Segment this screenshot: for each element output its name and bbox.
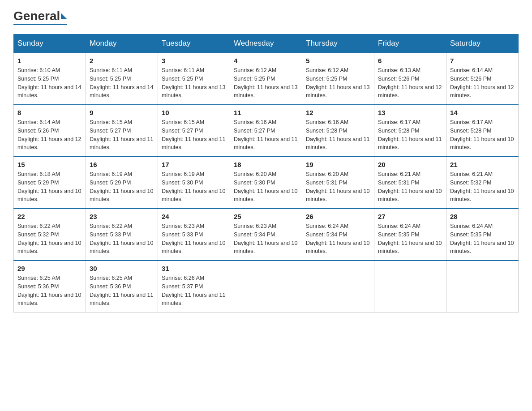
calendar-cell: 20 Sunrise: 6:21 AMSunset: 5:31 PMDaylig… xyxy=(374,157,446,209)
day-info: Sunrise: 6:10 AMSunset: 5:25 PMDaylight:… xyxy=(17,66,82,100)
weekday-header-thursday: Thursday xyxy=(302,34,374,53)
day-info: Sunrise: 6:22 AMSunset: 5:33 PMDaylight:… xyxy=(90,222,154,256)
calendar-cell: 25 Sunrise: 6:23 AMSunset: 5:34 PMDaylig… xyxy=(230,209,302,261)
day-info: Sunrise: 6:17 AMSunset: 5:28 PMDaylight:… xyxy=(378,118,442,152)
day-number: 31 xyxy=(162,265,226,272)
logo: General xyxy=(13,9,67,25)
day-number: 14 xyxy=(450,109,515,116)
day-number: 11 xyxy=(234,109,298,116)
calendar-week-1: 1 Sunrise: 6:10 AMSunset: 5:25 PMDayligh… xyxy=(14,53,519,105)
calendar-cell: 14 Sunrise: 6:17 AMSunset: 5:28 PMDaylig… xyxy=(446,105,519,157)
day-info: Sunrise: 6:20 AMSunset: 5:30 PMDaylight:… xyxy=(234,170,298,204)
weekday-header-sunday: Sunday xyxy=(14,34,86,53)
day-number: 22 xyxy=(17,213,82,220)
calendar-cell: 16 Sunrise: 6:19 AMSunset: 5:29 PMDaylig… xyxy=(86,157,158,209)
day-number: 19 xyxy=(306,161,370,168)
weekday-header-friday: Friday xyxy=(374,34,446,53)
day-number: 27 xyxy=(378,213,442,220)
weekday-header-row: SundayMondayTuesdayWednesdayThursdayFrid… xyxy=(14,34,519,53)
day-number: 1 xyxy=(17,57,82,64)
day-info: Sunrise: 6:13 AMSunset: 5:26 PMDaylight:… xyxy=(378,66,442,100)
calendar-week-5: 29 Sunrise: 6:25 AMSunset: 5:36 PMDaylig… xyxy=(14,261,519,313)
calendar-cell: 2 Sunrise: 6:11 AMSunset: 5:25 PMDayligh… xyxy=(86,53,158,105)
day-info: Sunrise: 6:18 AMSunset: 5:29 PMDaylight:… xyxy=(17,170,82,204)
calendar-cell xyxy=(230,261,302,313)
page-header: General xyxy=(13,9,519,25)
day-number: 20 xyxy=(378,161,442,168)
logo-arrow-icon xyxy=(61,13,67,19)
day-number: 16 xyxy=(90,161,154,168)
day-number: 17 xyxy=(162,161,226,168)
calendar-cell: 7 Sunrise: 6:14 AMSunset: 5:26 PMDayligh… xyxy=(446,53,519,105)
calendar-cell: 28 Sunrise: 6:24 AMSunset: 5:35 PMDaylig… xyxy=(446,209,519,261)
weekday-header-saturday: Saturday xyxy=(446,34,519,53)
calendar-cell: 8 Sunrise: 6:14 AMSunset: 5:26 PMDayligh… xyxy=(14,105,86,157)
calendar-week-2: 8 Sunrise: 6:14 AMSunset: 5:26 PMDayligh… xyxy=(14,105,519,157)
logo-general-text: General xyxy=(13,9,60,23)
day-info: Sunrise: 6:24 AMSunset: 5:34 PMDaylight:… xyxy=(306,222,370,256)
day-number: 18 xyxy=(234,161,298,168)
day-info: Sunrise: 6:20 AMSunset: 5:31 PMDaylight:… xyxy=(306,170,370,204)
calendar-cell: 30 Sunrise: 6:25 AMSunset: 5:36 PMDaylig… xyxy=(86,261,158,313)
calendar-cell: 11 Sunrise: 6:16 AMSunset: 5:27 PMDaylig… xyxy=(230,105,302,157)
calendar-cell: 5 Sunrise: 6:12 AMSunset: 5:25 PMDayligh… xyxy=(302,53,374,105)
calendar-cell: 22 Sunrise: 6:22 AMSunset: 5:32 PMDaylig… xyxy=(14,209,86,261)
day-number: 4 xyxy=(234,57,298,64)
day-info: Sunrise: 6:15 AMSunset: 5:27 PMDaylight:… xyxy=(90,118,154,152)
calendar-cell: 1 Sunrise: 6:10 AMSunset: 5:25 PMDayligh… xyxy=(14,53,86,105)
calendar-cell: 18 Sunrise: 6:20 AMSunset: 5:30 PMDaylig… xyxy=(230,157,302,209)
calendar-cell: 26 Sunrise: 6:24 AMSunset: 5:34 PMDaylig… xyxy=(302,209,374,261)
day-info: Sunrise: 6:24 AMSunset: 5:35 PMDaylight:… xyxy=(450,222,515,256)
day-number: 3 xyxy=(162,57,226,64)
day-info: Sunrise: 6:19 AMSunset: 5:30 PMDaylight:… xyxy=(162,170,226,204)
day-info: Sunrise: 6:16 AMSunset: 5:27 PMDaylight:… xyxy=(234,118,298,152)
calendar-cell: 6 Sunrise: 6:13 AMSunset: 5:26 PMDayligh… xyxy=(374,53,446,105)
day-number: 15 xyxy=(17,161,82,168)
day-info: Sunrise: 6:26 AMSunset: 5:37 PMDaylight:… xyxy=(162,274,226,308)
day-info: Sunrise: 6:19 AMSunset: 5:29 PMDaylight:… xyxy=(90,170,154,204)
calendar-cell: 27 Sunrise: 6:24 AMSunset: 5:35 PMDaylig… xyxy=(374,209,446,261)
day-number: 2 xyxy=(90,57,154,64)
day-info: Sunrise: 6:23 AMSunset: 5:34 PMDaylight:… xyxy=(234,222,298,256)
day-number: 9 xyxy=(90,109,154,116)
calendar-cell: 12 Sunrise: 6:16 AMSunset: 5:28 PMDaylig… xyxy=(302,105,374,157)
day-number: 21 xyxy=(450,161,515,168)
calendar-cell: 13 Sunrise: 6:17 AMSunset: 5:28 PMDaylig… xyxy=(374,105,446,157)
day-number: 25 xyxy=(234,213,298,220)
weekday-header-tuesday: Tuesday xyxy=(158,34,230,53)
day-number: 26 xyxy=(306,213,370,220)
day-number: 6 xyxy=(378,57,442,64)
weekday-header-wednesday: Wednesday xyxy=(230,34,302,53)
day-info: Sunrise: 6:14 AMSunset: 5:26 PMDaylight:… xyxy=(450,66,515,100)
calendar-header: SundayMondayTuesdayWednesdayThursdayFrid… xyxy=(14,34,519,53)
weekday-header-monday: Monday xyxy=(86,34,158,53)
calendar-body: 1 Sunrise: 6:10 AMSunset: 5:25 PMDayligh… xyxy=(14,53,519,313)
day-number: 12 xyxy=(306,109,370,116)
day-number: 28 xyxy=(450,213,515,220)
calendar-cell: 29 Sunrise: 6:25 AMSunset: 5:36 PMDaylig… xyxy=(14,261,86,313)
calendar-cell: 15 Sunrise: 6:18 AMSunset: 5:29 PMDaylig… xyxy=(14,157,86,209)
day-info: Sunrise: 6:24 AMSunset: 5:35 PMDaylight:… xyxy=(378,222,442,256)
calendar-cell: 4 Sunrise: 6:12 AMSunset: 5:25 PMDayligh… xyxy=(230,53,302,105)
day-number: 5 xyxy=(306,57,370,64)
day-number: 30 xyxy=(90,265,154,272)
day-number: 7 xyxy=(450,57,515,64)
calendar-cell: 21 Sunrise: 6:21 AMSunset: 5:32 PMDaylig… xyxy=(446,157,519,209)
day-info: Sunrise: 6:12 AMSunset: 5:25 PMDaylight:… xyxy=(306,66,370,100)
day-info: Sunrise: 6:22 AMSunset: 5:32 PMDaylight:… xyxy=(17,222,82,256)
calendar-cell: 17 Sunrise: 6:19 AMSunset: 5:30 PMDaylig… xyxy=(158,157,230,209)
day-number: 8 xyxy=(17,109,82,116)
day-number: 24 xyxy=(162,213,226,220)
day-info: Sunrise: 6:25 AMSunset: 5:36 PMDaylight:… xyxy=(17,274,82,308)
calendar-table: SundayMondayTuesdayWednesdayThursdayFrid… xyxy=(13,34,519,313)
day-number: 10 xyxy=(162,109,226,116)
day-info: Sunrise: 6:21 AMSunset: 5:31 PMDaylight:… xyxy=(378,170,442,204)
calendar-cell xyxy=(374,261,446,313)
calendar-cell: 3 Sunrise: 6:11 AMSunset: 5:25 PMDayligh… xyxy=(158,53,230,105)
calendar-cell: 31 Sunrise: 6:26 AMSunset: 5:37 PMDaylig… xyxy=(158,261,230,313)
calendar-cell xyxy=(446,261,519,313)
day-info: Sunrise: 6:23 AMSunset: 5:33 PMDaylight:… xyxy=(162,222,226,256)
day-number: 23 xyxy=(90,213,154,220)
calendar-cell: 23 Sunrise: 6:22 AMSunset: 5:33 PMDaylig… xyxy=(86,209,158,261)
day-info: Sunrise: 6:16 AMSunset: 5:28 PMDaylight:… xyxy=(306,118,370,152)
